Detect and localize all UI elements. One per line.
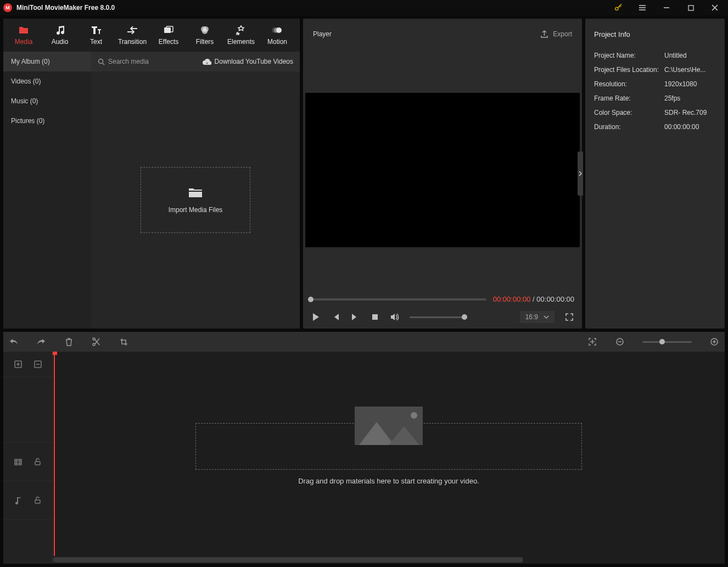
hamburger-menu-icon[interactable] [632,0,652,15]
chevron-right-icon [579,171,582,176]
svg-rect-21 [35,500,40,503]
search-placeholder: Search media [108,58,149,65]
tab-label: Text [90,38,102,46]
undo-button[interactable] [9,337,19,347]
remove-track-button[interactable] [33,360,42,369]
timeline-tracks-area[interactable]: Drag and drop materials here to start cr… [53,352,725,564]
crop-button[interactable] [119,337,128,347]
tab-filters[interactable]: Filters [187,19,223,52]
timeline-hint-text: Drag and drop materials here to start cr… [53,477,725,485]
lock-track-button[interactable] [33,458,42,466]
svg-point-6 [202,29,208,34]
redo-button[interactable] [36,337,46,347]
export-button[interactable]: Export [540,30,572,38]
timeline-track-headers [3,352,53,564]
next-frame-button[interactable] [350,312,360,322]
tab-label: Filters [196,38,214,46]
search-input[interactable]: Search media [98,58,198,65]
project-info-panel: Project Info Project Name:Untitled Proje… [585,19,725,329]
volume-icon[interactable] [390,312,400,322]
zoom-slider[interactable] [642,341,692,343]
fullscreen-button[interactable] [564,312,574,322]
info-row-resolution: Resolution:1920x1080 [594,80,716,88]
split-button[interactable] [91,337,101,347]
track-header-spacer [3,377,52,443]
media-toolbar: Search media Download YouTube Videos [91,52,300,71]
media-side-item-myalbum[interactable]: My Album (0) [3,52,91,71]
media-side-item-videos[interactable]: Videos (0) [3,71,91,91]
tab-label: Audio [52,38,69,46]
tab-elements[interactable]: Elements [223,19,259,52]
tab-transition[interactable]: Transition [114,19,150,52]
media-side-list: My Album (0) Videos (0) Music (0) Pictur… [3,52,91,329]
info-row-colorspace: Color Space:SDR- Rec.709 [594,109,716,116]
download-youtube-button[interactable]: Download YouTube Videos [203,58,293,65]
chevron-down-icon [544,315,549,319]
tab-media[interactable]: Media [5,19,42,52]
zoom-in-button[interactable] [709,337,719,347]
player-panel: Player Export 00:00:00:00 / 00:00:00:00 [303,19,582,329]
aspect-ratio-label: 16:9 [525,313,538,321]
collapse-info-handle[interactable] [578,152,583,196]
svg-rect-19 [15,459,21,465]
playhead[interactable] [54,352,55,556]
tab-label: Elements [227,38,255,46]
close-button[interactable] [705,0,725,15]
transition-icon [127,25,138,36]
svg-point-10 [99,59,103,63]
delete-button[interactable] [64,337,74,347]
current-time: 00:00:00:00 [493,295,531,303]
timeline-toolbar [3,332,725,352]
text-icon [91,25,102,36]
tab-effects[interactable]: Effects [150,19,187,52]
timeline-horizontal-scrollbar[interactable] [53,557,523,563]
music-note-icon [54,25,65,36]
media-side-label: Videos (0) [11,77,41,85]
tab-audio[interactable]: Audio [42,19,78,52]
window-title: MiniTool MovieMaker Free 8.0.0 [16,4,115,12]
svg-point-13 [93,338,95,340]
aspect-ratio-select[interactable]: 16:9 [520,311,555,323]
prev-frame-button[interactable] [331,312,340,322]
zoom-fit-button[interactable] [587,337,597,347]
audio-track-icon [14,496,23,505]
search-icon [98,58,105,65]
play-button[interactable] [311,312,321,322]
license-key-icon[interactable] [608,0,628,15]
timeline-header-actions [3,352,52,377]
player-title: Player [313,30,332,38]
media-side-item-pictures[interactable]: Pictures (0) [3,111,91,131]
add-track-button[interactable] [14,360,23,369]
filters-icon [199,25,210,36]
download-youtube-label: Download YouTube Videos [215,58,293,65]
volume-slider[interactable] [410,316,464,318]
svg-rect-1 [688,5,693,10]
video-track-icon [14,458,23,466]
cloud-download-icon [203,58,211,65]
export-label: Export [553,30,572,38]
zoom-out-button[interactable] [615,337,625,347]
playback-seek-slider[interactable] [311,298,486,301]
info-row-framerate: Frame Rate:25fps [594,94,716,102]
minimize-button[interactable] [657,0,676,15]
export-icon [540,30,548,38]
info-row-files-location: Project Files Location:C:\Users\He... [594,66,716,74]
svg-rect-12 [372,314,378,320]
lock-track-button[interactable] [33,496,42,505]
tab-label: Effects [159,38,178,46]
video-preview-canvas[interactable] [305,93,580,247]
folder-open-icon [188,186,203,198]
tab-text[interactable]: Text [78,19,114,52]
elements-icon [236,25,247,36]
info-row-duration: Duration:00:00:00:00 [594,123,716,131]
title-bar: M MiniTool MovieMaker Free 8.0.0 [0,0,728,15]
media-side-item-music[interactable]: Music (0) [3,91,91,111]
track-header-video [3,443,52,481]
stop-button[interactable] [370,312,380,322]
svg-rect-20 [35,462,40,465]
track-header-audio [3,481,52,520]
media-side-label: Music (0) [11,97,38,105]
maximize-button[interactable] [681,0,701,15]
tab-motion[interactable]: Motion [259,19,295,52]
import-media-dropzone[interactable]: Import Media Files [141,167,250,233]
